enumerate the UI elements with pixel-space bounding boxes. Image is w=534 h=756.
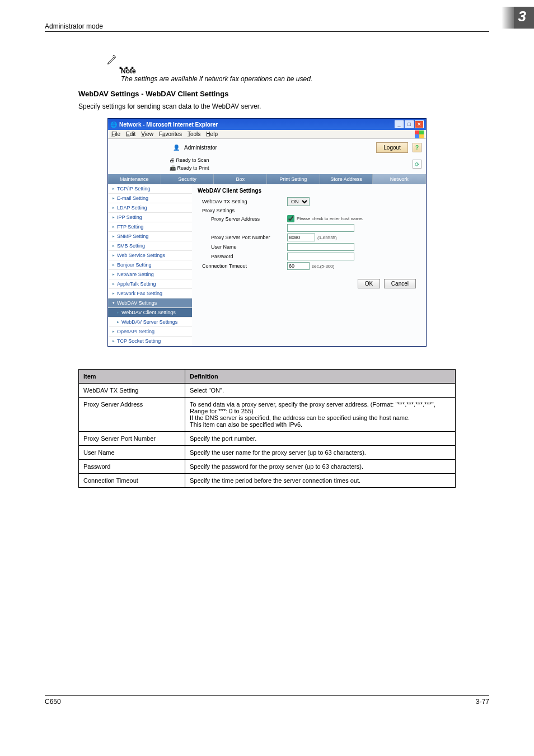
tab-store-address[interactable]: Store Address xyxy=(320,174,373,184)
menu-view[interactable]: View xyxy=(141,131,153,137)
th-item: Item xyxy=(79,370,185,384)
cell-item: Connection Timeout xyxy=(79,474,185,488)
sidebar-item-appletalk[interactable]: AppleTalk Setting xyxy=(108,279,192,289)
tab-print-setting[interactable]: Print Setting xyxy=(267,174,320,184)
select-tx[interactable]: ON xyxy=(287,197,310,206)
help-button[interactable]: ? xyxy=(413,143,421,152)
cell-item: WebDAV TX Setting xyxy=(79,384,185,398)
ie-menubar: File Edit View Favorites Tools Help xyxy=(108,130,426,139)
maximize-icon[interactable]: □ xyxy=(405,120,414,128)
table-row: WebDAV TX SettingSelect "ON". xyxy=(79,384,456,398)
footer-model: C650 xyxy=(45,698,61,706)
label-pass: Password xyxy=(198,254,287,259)
input-port[interactable] xyxy=(287,234,315,241)
status-print: Ready to Print xyxy=(177,165,209,171)
ie-app-icon: 🌐 xyxy=(110,122,117,128)
cell-item: Proxy Server Port Number xyxy=(79,432,185,446)
sidebar: TCP/IP Setting E-mail Setting LDAP Setti… xyxy=(108,184,192,346)
close-icon[interactable]: ✕ xyxy=(415,120,424,128)
refresh-icon[interactable]: ⟳ xyxy=(413,160,421,169)
printer-icon: 📠 xyxy=(170,165,176,171)
sidebar-item-webdav[interactable]: WebDAV Settings xyxy=(108,298,192,308)
input-pass[interactable] xyxy=(287,253,354,260)
ie-window: 🌐 Network - Microsoft Internet Explorer … xyxy=(107,118,427,347)
sidebar-item-openapi[interactable]: OpenAPI Setting xyxy=(108,327,192,337)
label-proxy-addr: Proxy Server Address xyxy=(198,216,287,222)
note-block: ... Note The settings are available if n… xyxy=(106,54,489,83)
sidebar-item-tcpsocket[interactable]: TCP Socket Setting xyxy=(108,337,192,346)
cell-def: Specify the port number. xyxy=(185,432,456,446)
menu-favorites[interactable]: Favorites xyxy=(159,131,182,137)
section-desc: Specify settings for sending scan data t… xyxy=(78,102,489,110)
cell-def: Select "ON". xyxy=(185,384,456,398)
cell-item: Password xyxy=(79,460,185,474)
label-hostname-hint: Please check to enter host name. xyxy=(297,216,363,221)
ie-title: Network - Microsoft Internet Explorer xyxy=(119,122,218,128)
label-tx: WebDAV TX Setting xyxy=(198,199,287,204)
label-timeout-hint: sec.(5-300) xyxy=(312,264,334,269)
note-body: The settings are available if network fa… xyxy=(121,75,489,83)
sidebar-item-tcpip[interactable]: TCP/IP Setting xyxy=(108,184,192,194)
tab-box[interactable]: Box xyxy=(214,174,267,184)
admin-label: Administrator xyxy=(184,144,372,151)
cell-def: Specify the time period before the serve… xyxy=(185,474,456,488)
label-timeout: Connection Timeout xyxy=(198,263,287,269)
sidebar-item-webservice[interactable]: Web Service Settings xyxy=(108,251,192,260)
label-port-hint: (1-65535) xyxy=(317,235,337,240)
status-scan: Ready to Scan xyxy=(176,157,209,163)
cancel-button[interactable]: Cancel xyxy=(384,279,416,288)
input-user[interactable] xyxy=(287,243,354,251)
scanner-icon: 🖨 xyxy=(170,157,175,163)
cell-def: Specify the user name for the proxy serv… xyxy=(185,446,456,460)
footer-page: 3-77 xyxy=(476,698,489,706)
sidebar-item-networkfax[interactable]: Network Fax Setting xyxy=(108,289,192,298)
table-row: PasswordSpecify the password for the pro… xyxy=(79,460,456,474)
label-user: User Name xyxy=(198,244,287,250)
cell-def: Specify the password for the proxy serve… xyxy=(185,460,456,474)
cell-def: To send data via a proxy server, specify… xyxy=(185,398,456,432)
sidebar-item-ipp[interactable]: IPP Setting xyxy=(108,213,192,222)
cell-item: User Name xyxy=(79,446,185,460)
sidebar-item-email[interactable]: E-mail Setting xyxy=(108,194,192,203)
checkbox-hostname[interactable] xyxy=(287,215,294,222)
table-row: Proxy Server AddressTo send data via a p… xyxy=(79,398,456,432)
tab-security[interactable]: Security xyxy=(161,174,214,184)
input-proxy-addr[interactable] xyxy=(287,224,354,232)
label-port: Proxy Server Port Number xyxy=(198,235,287,240)
sidebar-sub-webdav-server[interactable]: WebDAV Server Settings xyxy=(108,318,192,327)
pen-icon xyxy=(106,54,118,67)
label-proxy-group: Proxy Settings xyxy=(198,208,287,213)
definition-table: Item Definition WebDAV TX SettingSelect … xyxy=(78,369,456,488)
chapter-number: 3 xyxy=(502,7,534,29)
menu-edit[interactable]: Edit xyxy=(126,131,135,137)
tab-network[interactable]: Network xyxy=(373,174,426,184)
sidebar-sub-webdav-client[interactable]: WebDAV Client Settings xyxy=(108,308,192,318)
sidebar-item-ftp[interactable]: FTP Setting xyxy=(108,222,192,232)
windows-flag-icon xyxy=(415,130,424,138)
sidebar-item-snmp[interactable]: SNMP Setting xyxy=(108,232,192,241)
admin-icon: 👤 xyxy=(173,144,180,151)
menu-help[interactable]: Help xyxy=(206,131,218,137)
sidebar-item-bonjour[interactable]: Bonjour Setting xyxy=(108,260,192,270)
input-timeout[interactable] xyxy=(287,262,310,270)
sidebar-item-ldap[interactable]: LDAP Setting xyxy=(108,203,192,213)
sidebar-item-smb[interactable]: SMB Setting xyxy=(108,241,192,251)
menu-file[interactable]: File xyxy=(111,131,120,137)
table-row: Proxy Server Port NumberSpecify the port… xyxy=(79,432,456,446)
logout-button[interactable]: Logout xyxy=(376,142,408,153)
minimize-icon[interactable]: _ xyxy=(395,120,404,128)
section-title: WebDAV Settings - WebDAV Client Settings xyxy=(78,90,489,98)
tab-maintenance[interactable]: Maintenance xyxy=(108,174,161,184)
panel-title: WebDAV Client Settings xyxy=(198,188,420,194)
table-row: User NameSpecify the user name for the p… xyxy=(79,446,456,460)
cell-item: Proxy Server Address xyxy=(79,398,185,432)
table-row: Connection TimeoutSpecify the time perio… xyxy=(79,474,456,488)
menu-tools[interactable]: Tools xyxy=(188,131,200,137)
sidebar-item-netware[interactable]: NetWare Setting xyxy=(108,270,192,279)
ok-button[interactable]: OK xyxy=(358,279,380,288)
note-heading: Note xyxy=(121,67,489,75)
header-mode: Administrator mode xyxy=(45,22,103,30)
th-def: Definition xyxy=(185,370,456,384)
